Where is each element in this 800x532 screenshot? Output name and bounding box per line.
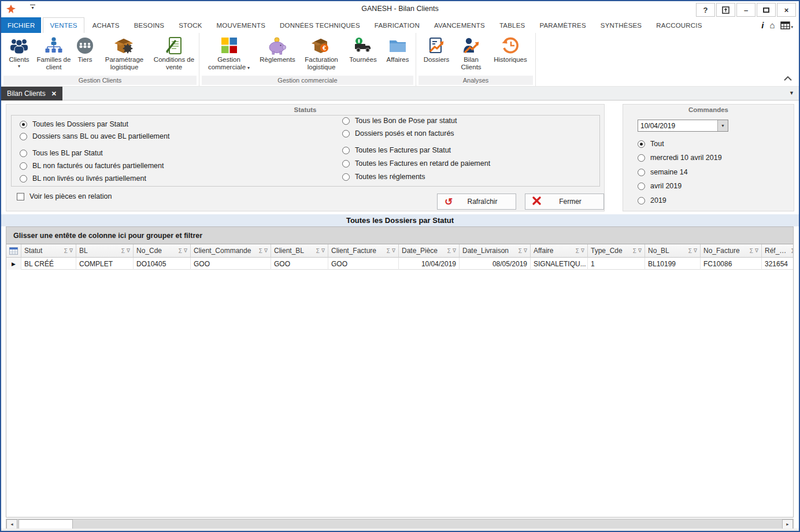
help-button[interactable]: ? (696, 3, 715, 17)
ribbon-item-tiers[interactable]: Tiers (72, 34, 98, 64)
radio-tout[interactable]: Tout (638, 140, 664, 148)
ribbon-item-bilan-clients[interactable]: Bilan Clients (455, 34, 487, 71)
column-header-date-livraison[interactable]: Date_LivraisonΣ∇ (460, 244, 531, 258)
menu-tab-fichier[interactable]: FICHIER (1, 17, 41, 33)
column-header-no-facture[interactable]: No_FactureΣ∇ (701, 244, 762, 258)
combo-arrow-icon[interactable]: ▼ (717, 120, 728, 131)
radio-bl-non-factures[interactable]: BL non facturés ou facturés partiellemen… (20, 162, 164, 170)
ribbon-item-parametrage-logistique[interactable]: Paramétrage logistique (98, 34, 151, 71)
menu-tab-besoins[interactable]: BESOINS (128, 17, 171, 33)
menu-tab-tables[interactable]: TABLES (493, 17, 531, 33)
column-header-client-bl[interactable]: Client_BLΣ∇ (271, 244, 328, 258)
column-header-no-bl[interactable]: No_BLΣ∇ (645, 244, 701, 258)
sum-icon[interactable]: Σ (791, 248, 794, 254)
filter-icon[interactable]: ∇ (453, 248, 456, 254)
filter-icon[interactable]: ∇ (264, 248, 268, 254)
sum-icon[interactable]: Σ (518, 248, 522, 254)
radio-tous-reglements[interactable]: Toutes les réglements (342, 173, 425, 181)
sum-icon[interactable]: Σ (387, 248, 390, 254)
column-header-statut[interactable]: StatutΣ∇ (21, 244, 76, 258)
menu-tab-mouvements[interactable]: MOUVEMENTS (210, 17, 272, 33)
filter-icon[interactable]: ∇ (581, 248, 584, 254)
column-header-affaire[interactable]: AffaireΣ∇ (531, 244, 588, 258)
radio-toutes-dossiers-par-statut[interactable]: Toutes les Dossiers par Statut (20, 120, 128, 128)
filter-icon[interactable]: ∇ (638, 248, 642, 254)
menu-tab-syntheses[interactable]: SYNTHÈSES (594, 17, 648, 33)
sum-icon[interactable]: Σ (688, 248, 692, 254)
column-header-no-cde[interactable]: No_CdeΣ∇ (134, 244, 191, 258)
filter-icon[interactable]: ∇ (392, 248, 395, 254)
radio-toutes-factures[interactable]: Toutes les Factures par Statut (342, 146, 451, 154)
sum-icon[interactable]: Σ (576, 248, 579, 254)
filter-icon[interactable]: ∇ (524, 248, 527, 254)
ribbon-item-conditions-de-vente[interactable]: Conditions de vente (151, 34, 197, 71)
radio-semaine[interactable]: semaine 14 (638, 168, 688, 176)
radio-bl-non-livres[interactable]: BL non livrés ou livrés partiellement (20, 174, 146, 183)
radio-annee[interactable]: 2019 (638, 196, 666, 204)
filter-icon[interactable]: ∇ (755, 248, 758, 254)
column-header-date-piece[interactable]: Date_PièceΣ∇ (399, 244, 460, 258)
scroll-right-icon[interactable]: ► (782, 519, 793, 529)
ribbon-item-gestion-commerciale[interactable]: Gestion commerciale▾ (201, 34, 257, 71)
ribbon-collapse-icon[interactable] (784, 73, 792, 83)
tab-list-dropdown-icon[interactable]: ▼ (789, 90, 794, 96)
radio-mois[interactable]: avril 2019 (638, 182, 682, 190)
menu-tab-fabrication[interactable]: FABRICATION (368, 17, 426, 33)
sum-icon[interactable]: Σ (447, 248, 451, 254)
radio-dossiers-poses[interactable]: Dossiers posés et non facturés (342, 129, 454, 137)
radio-dossiers-sans-bl[interactable]: Dossiers sans BL ou avec BL partiellemen… (20, 132, 169, 140)
ribbon-item-facturation-logistique[interactable]: € Facturation logistique (298, 34, 345, 71)
maximize-button[interactable] (757, 3, 776, 17)
tab-bilan-clients[interactable]: Bilan Clients ✕ (1, 87, 62, 101)
ribbon-item-clients[interactable]: Clients ▾ (3, 34, 35, 69)
sum-icon[interactable]: Σ (316, 248, 320, 254)
grid-menu-icon[interactable]: ▾ (780, 21, 793, 29)
filter-icon[interactable]: ∇ (127, 248, 130, 254)
radio-factures-retard[interactable]: Toutes les Factures en retard de paiemen… (342, 159, 490, 168)
ribbon-item-tournees[interactable]: Tournées (345, 34, 382, 64)
scrollbar-thumb[interactable] (18, 519, 73, 529)
column-header-type-cde[interactable]: Type_CdeΣ∇ (588, 244, 645, 258)
column-header-ref-cde[interactable]: Réf_CdeΣ∇ (762, 244, 794, 258)
commandes-date-combobox[interactable]: 10/04/2019 ▼ (638, 120, 728, 132)
sum-icon[interactable]: Σ (750, 248, 753, 254)
ribbon-item-dossiers[interactable]: Dossiers (418, 34, 455, 64)
info-icon[interactable]: i (761, 20, 764, 30)
refresh-button[interactable]: ↺ Rafraîchir (437, 194, 516, 210)
checkbox-voir-pieces-en-relation[interactable]: Voir les pièces en relation (17, 192, 112, 200)
menu-tab-donnees-techniques[interactable]: DONNÉES TECHNIQUES (273, 17, 366, 33)
sum-icon[interactable]: Σ (633, 248, 636, 254)
filter-icon[interactable]: ∇ (321, 248, 325, 254)
menu-tab-raccourcis[interactable]: RACCOURCIS (650, 17, 708, 33)
ribbon-item-affaires[interactable]: Affaires (382, 34, 414, 64)
menu-tab-parametres[interactable]: PARAMÈTRES (533, 17, 592, 33)
radio-jour[interactable]: mercredi 10 avril 2019 (638, 154, 722, 162)
menu-tab-ventes[interactable]: VENTES (43, 17, 84, 33)
column-header-client-commande[interactable]: Client_CommandeΣ∇ (191, 244, 271, 258)
close-view-button[interactable]: Fermer (525, 194, 604, 210)
scroll-left-icon[interactable]: ◄ (6, 519, 17, 529)
table-row[interactable]: ▶ BL CRÉÉ COMPLET DO10405 GOO GOO GOO 10… (6, 258, 794, 270)
radio-bons-de-pose[interactable]: Tous les Bon de Pose par statut (342, 117, 457, 125)
close-button[interactable]: × (777, 3, 796, 17)
sum-icon[interactable]: Σ (121, 248, 125, 254)
filter-icon[interactable]: ∇ (694, 248, 697, 254)
column-header-client-facture[interactable]: Client_FactureΣ∇ (328, 244, 399, 258)
select-all-header[interactable] (6, 244, 21, 258)
ribbon-item-reglements[interactable]: Règlements (257, 34, 298, 64)
popout-button[interactable] (716, 3, 735, 17)
group-by-bar[interactable]: Glisser une entête de colonne ici pour g… (6, 227, 793, 244)
filter-icon[interactable]: ∇ (184, 248, 187, 254)
menu-tab-avancements[interactable]: AVANCEMENTS (428, 17, 491, 33)
menu-tab-achats[interactable]: ACHATS (86, 17, 126, 33)
radio-tous-bl-par-statut[interactable]: Tous les BL par Statut (20, 149, 103, 157)
sum-icon[interactable]: Σ (259, 248, 262, 254)
sum-icon[interactable]: Σ (179, 248, 182, 254)
menu-tab-stock[interactable]: STOCK (172, 17, 208, 33)
filter-icon[interactable]: ∇ (69, 248, 73, 254)
column-header-bl[interactable]: BLΣ∇ (76, 244, 134, 258)
tab-close-icon[interactable]: ✕ (51, 90, 57, 98)
ribbon-item-historiques[interactable]: Historiques (487, 34, 534, 64)
home-icon[interactable]: ⌂ (769, 20, 775, 30)
ribbon-item-familles-de-client[interactable]: Familles de client (35, 34, 72, 71)
